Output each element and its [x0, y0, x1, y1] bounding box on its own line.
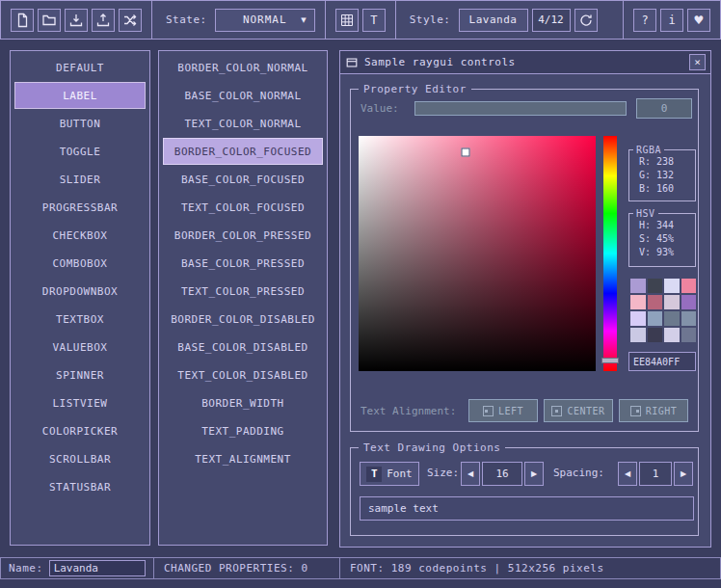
- arrow-left-icon: ◀: [625, 469, 630, 478]
- property-item-base_color_disabled[interactable]: BASE_COLOR_DISABLED: [163, 334, 323, 361]
- color-swatch-14[interactable]: [664, 328, 680, 342]
- spacing-increase-button[interactable]: ▶: [674, 462, 693, 486]
- property-item-border_width[interactable]: BORDER_WIDTH: [163, 389, 323, 416]
- spacing-decrease-button[interactable]: ◀: [618, 462, 637, 486]
- color-swatch-5[interactable]: [648, 295, 663, 309]
- text-mode-button[interactable]: T: [362, 9, 386, 32]
- control-item-dropdownbox[interactable]: DROPDOWNBOX: [14, 278, 146, 305]
- control-item-slider[interactable]: SLIDER: [14, 166, 146, 193]
- property-item-border_color_normal[interactable]: BORDER_COLOR_NORMAL: [163, 54, 323, 81]
- color-swatch-3[interactable]: [681, 279, 697, 293]
- property-item-text_color_disabled[interactable]: TEXT_COLOR_DISABLED: [163, 361, 323, 388]
- property-item-text_padding[interactable]: TEXT_PADDING: [163, 417, 323, 444]
- new-style-button[interactable]: [11, 9, 34, 32]
- color-swatch-0[interactable]: [630, 279, 646, 293]
- color-swatch-15[interactable]: [681, 328, 697, 342]
- style-table-button[interactable]: [335, 9, 359, 32]
- size-decrease-button[interactable]: ◀: [461, 462, 480, 486]
- help-button[interactable]: ?: [633, 9, 656, 32]
- style-name-input[interactable]: [49, 560, 146, 576]
- control-item-label[interactable]: LABEL: [14, 82, 146, 109]
- style-name-button[interactable]: Lavanda: [459, 9, 528, 32]
- control-item-toggle[interactable]: TOGGLE: [14, 138, 146, 165]
- property-item-base_color_pressed[interactable]: BASE_COLOR_PRESSED: [163, 250, 323, 277]
- color-swatch-10[interactable]: [664, 311, 680, 326]
- random-style-button[interactable]: [119, 9, 142, 32]
- color-swatch-9[interactable]: [648, 311, 663, 326]
- value-box[interactable]: 0: [636, 98, 692, 119]
- property-item-text_color_pressed[interactable]: TEXT_COLOR_PRESSED: [163, 278, 323, 305]
- property-item-text_color_normal[interactable]: TEXT_COLOR_NORMAL: [163, 110, 323, 137]
- heart-icon: ♥: [694, 13, 705, 27]
- property-item-border_color_focused[interactable]: BORDER_COLOR_FOCUSED: [163, 138, 323, 165]
- style-index-box: 4/12: [532, 9, 571, 32]
- hue-slider-handle[interactable]: [601, 358, 619, 363]
- align-left-button[interactable]: LEFT: [468, 399, 538, 422]
- value-slider[interactable]: [414, 101, 627, 116]
- color-swatch-11[interactable]: [681, 311, 697, 326]
- color-swatch-1[interactable]: [648, 279, 663, 293]
- control-item-progressbar[interactable]: PROGRESSBAR: [14, 194, 146, 221]
- color-swatch-8[interactable]: [630, 311, 646, 326]
- main-toolbar: State: NORMAL ▼ T Style: Lavanda 4/12 ? …: [0, 0, 721, 40]
- control-item-checkbox[interactable]: CHECKBOX: [14, 222, 146, 249]
- changed-properties-text: CHANGED PROPERTIES: 0: [164, 562, 308, 575]
- state-dropdown-value: NORMAL: [243, 13, 287, 26]
- hsv-v-value: V: 93%: [629, 246, 695, 259]
- rgba-group: RGBA R: 238 G: 132 B: 160: [628, 149, 696, 201]
- property-item-border_color_pressed[interactable]: BORDER_COLOR_PRESSED: [163, 222, 323, 249]
- size-increase-button[interactable]: ▶: [524, 462, 544, 486]
- export-style-button[interactable]: [92, 9, 115, 32]
- load-style-button[interactable]: [38, 9, 61, 32]
- control-item-scrollbar[interactable]: SCROLLBAR: [14, 445, 146, 472]
- font-button[interactable]: T Font: [360, 462, 419, 486]
- about-button[interactable]: i: [660, 9, 683, 32]
- sample-text-input[interactable]: [360, 496, 694, 521]
- statusbar-font-section: FONT: 189 codepoints | 512x256 pixels: [339, 557, 721, 579]
- hsv-s-value: S: 45%: [629, 232, 695, 246]
- property-item-base_color_normal[interactable]: BASE_COLOR_NORMAL: [163, 82, 323, 109]
- reload-style-button[interactable]: [574, 9, 598, 32]
- control-item-valuebox[interactable]: VALUEBOX: [14, 334, 146, 361]
- control-item-spinner[interactable]: SPINNER: [14, 361, 146, 388]
- sv-cursor[interactable]: [461, 148, 469, 157]
- sponsor-button[interactable]: ♥: [687, 9, 710, 32]
- window-content: Property Editor Value: 0 RGBA R: 238 G: …: [340, 75, 710, 547]
- window-title: Sample raygui controls: [364, 56, 516, 68]
- hue-slider[interactable]: [603, 136, 617, 371]
- align-right-icon: [630, 406, 641, 416]
- arrow-right-icon: ▶: [681, 469, 686, 478]
- state-dropdown[interactable]: NORMAL ▼: [215, 9, 315, 32]
- color-swatch-6[interactable]: [664, 295, 680, 309]
- control-item-default[interactable]: DEFAULT: [14, 54, 146, 81]
- color-swatch-2[interactable]: [664, 279, 680, 293]
- window-icon: [345, 56, 359, 69]
- color-swatch-13[interactable]: [648, 328, 663, 342]
- color-swatch-12[interactable]: [630, 328, 646, 342]
- align-right-button[interactable]: RIGHT: [619, 399, 688, 422]
- sample-window: Sample raygui controls × Property Editor…: [339, 50, 711, 548]
- spacing-value-box[interactable]: 1: [639, 462, 672, 486]
- size-value-box[interactable]: 16: [482, 462, 522, 486]
- control-item-button[interactable]: BUTTON: [14, 110, 146, 137]
- property-item-text_color_focused[interactable]: TEXT_COLOR_FOCUSED: [163, 194, 323, 221]
- color-swatch-7[interactable]: [681, 295, 697, 309]
- save-style-button[interactable]: [65, 9, 88, 32]
- property-item-border_color_disabled[interactable]: BORDER_COLOR_DISABLED: [163, 306, 323, 333]
- toolbar-separator: [151, 1, 152, 39]
- control-item-statusbar[interactable]: STATUSBAR: [14, 473, 146, 500]
- control-item-textbox[interactable]: TEXTBOX: [14, 306, 146, 333]
- text-options-group: Text Drawing Options T Font Size: ◀ 16 ▶…: [350, 447, 699, 536]
- property-item-base_color_focused[interactable]: BASE_COLOR_FOCUSED: [163, 166, 323, 193]
- control-item-colorpicker[interactable]: COLORPICKER: [14, 417, 146, 444]
- control-item-combobox[interactable]: COMBOBOX: [14, 250, 146, 277]
- close-icon: ×: [694, 57, 701, 67]
- color-swatch-4[interactable]: [630, 295, 646, 309]
- statusbar-changed-section: CHANGED PROPERTIES: 0: [153, 557, 340, 579]
- align-center-button[interactable]: CENTER: [544, 399, 613, 422]
- saturation-value-panel[interactable]: [359, 136, 596, 371]
- property-item-text_alignment[interactable]: TEXT_ALIGNMENT: [163, 445, 323, 472]
- hex-color-input[interactable]: [628, 352, 696, 371]
- control-item-listview[interactable]: LISTVIEW: [14, 389, 146, 416]
- window-close-button[interactable]: ×: [689, 54, 706, 70]
